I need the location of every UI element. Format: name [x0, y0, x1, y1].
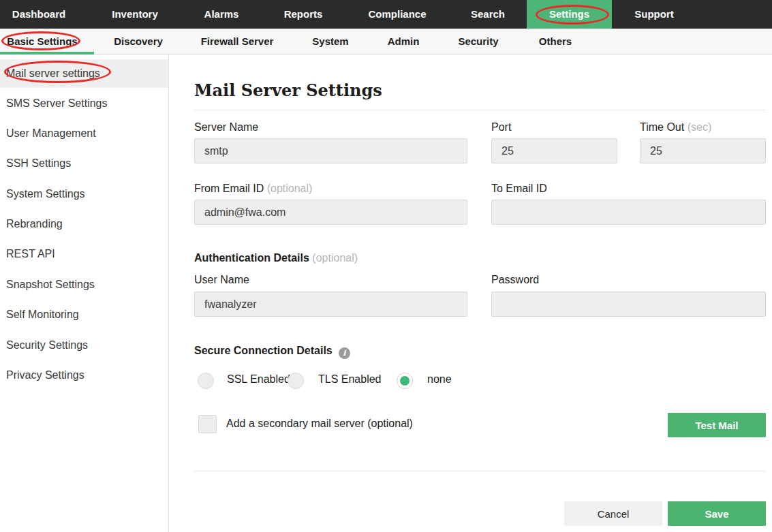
password-label: Password	[491, 274, 539, 286]
nav-tab-inventory[interactable]: Inventory	[112, 0, 158, 29]
test-mail-button[interactable]: Test Mail	[668, 413, 766, 437]
cancel-button[interactable]: Cancel	[564, 501, 662, 526]
ssl-enabled-radio[interactable]	[198, 373, 214, 389]
to-email-label: To Email ID	[491, 183, 547, 195]
secondary-mail-server-label[interactable]: Add a secondary mail server (optional)	[226, 418, 413, 430]
nav-tab-settings-label: Settings	[549, 8, 589, 20]
sidebar-item-mail-server-settings[interactable]: Mail server settings	[0, 59, 168, 88]
subnav-tab-discovery[interactable]: Discovery	[114, 29, 163, 54]
sidebar-item-rest-api[interactable]: REST API	[0, 240, 168, 268]
timeout-unit-hint: (sec)	[688, 121, 712, 133]
sidebar-item-system-settings[interactable]: System Settings	[0, 180, 168, 208]
none-radio[interactable]	[397, 373, 413, 389]
subnav-tab-firewall-server[interactable]: Firewall Server	[201, 29, 274, 54]
title-divider	[194, 110, 766, 110]
user-name-input[interactable]	[194, 292, 467, 317]
nav-tab-alarms[interactable]: Alarms	[204, 0, 239, 29]
ssl-enabled-radio-label[interactable]: SSL Enabled	[227, 373, 290, 386]
page-title: Mail Server Settings	[194, 80, 382, 100]
nav-tab-dashboard[interactable]: Dashboard	[12, 0, 65, 29]
settings-sidebar: Mail server settings SMS Server Settings…	[0, 54, 169, 532]
server-name-label: Server Name	[194, 121, 258, 134]
nav-tab-search[interactable]: Search	[471, 0, 505, 29]
authentication-details-title: Authentication Details	[194, 252, 309, 264]
mail-server-settings-page: Dashboard Inventory Alarms Reports Compl…	[0, 0, 772, 532]
sidebar-item-rebranding[interactable]: Rebranding	[0, 210, 168, 238]
none-radio-label[interactable]: none	[427, 373, 452, 386]
timeout-label: Time Out (sec)	[640, 121, 711, 134]
user-name-label: User Name	[194, 274, 249, 286]
from-email-optional-hint: (optional)	[267, 183, 313, 194]
subnav-tab-admin[interactable]: Admin	[388, 29, 420, 54]
timeout-label-text: Time Out	[640, 121, 684, 133]
authentication-optional-hint: (optional)	[312, 252, 358, 264]
subnav-tab-security[interactable]: Security	[458, 29, 498, 54]
secure-connection-header: Secure Connection Detailsi	[194, 345, 350, 359]
sidebar-item-security-settings[interactable]: Security Settings	[0, 331, 168, 360]
secondary-mail-server-checkbox[interactable]	[198, 415, 217, 433]
authentication-details-header: Authentication Details (optional)	[194, 252, 358, 264]
footer-divider	[194, 471, 766, 471]
from-email-input[interactable]	[194, 200, 467, 225]
subnav-tab-system[interactable]: System	[312, 29, 348, 54]
server-name-input[interactable]	[194, 138, 467, 163]
secure-connection-title: Secure Connection Details	[194, 345, 333, 356]
subnav-tab-others[interactable]: Others	[539, 29, 572, 54]
top-navigation-bar: Dashboard Inventory Alarms Reports Compl…	[0, 0, 772, 29]
port-label: Port	[491, 121, 511, 134]
to-email-input[interactable]	[491, 200, 766, 225]
save-button[interactable]: Save	[668, 501, 766, 526]
from-email-label-text: From Email ID	[194, 183, 264, 194]
port-input[interactable]	[491, 138, 617, 163]
sidebar-item-sms-server-settings[interactable]: SMS Server Settings	[0, 89, 168, 118]
sidebar-item-privacy-settings[interactable]: Privacy Settings	[0, 361, 168, 390]
nav-tab-settings[interactable]: Settings	[527, 0, 612, 29]
timeout-input[interactable]	[640, 138, 766, 163]
tls-enabled-radio-label[interactable]: TLS Enabled	[318, 373, 382, 386]
subnav-tab-basic-settings[interactable]: Basic Settings	[7, 29, 77, 54]
sidebar-item-user-management[interactable]: User Management	[0, 119, 168, 148]
tls-enabled-radio[interactable]	[288, 373, 304, 389]
sidebar-item-self-monitoring[interactable]: Self Monitoring	[0, 300, 168, 329]
from-email-label: From Email ID (optional)	[194, 183, 312, 195]
nav-tab-support[interactable]: Support	[634, 0, 674, 29]
password-input[interactable]	[491, 292, 766, 317]
sidebar-item-ssh-settings[interactable]: SSH Settings	[0, 149, 168, 178]
nav-tab-reports[interactable]: Reports	[284, 0, 323, 29]
info-icon[interactable]: i	[339, 347, 350, 359]
sidebar-item-snapshot-settings[interactable]: Snapshot Settings	[0, 270, 168, 299]
nav-tab-compliance[interactable]: Compliance	[368, 0, 426, 29]
